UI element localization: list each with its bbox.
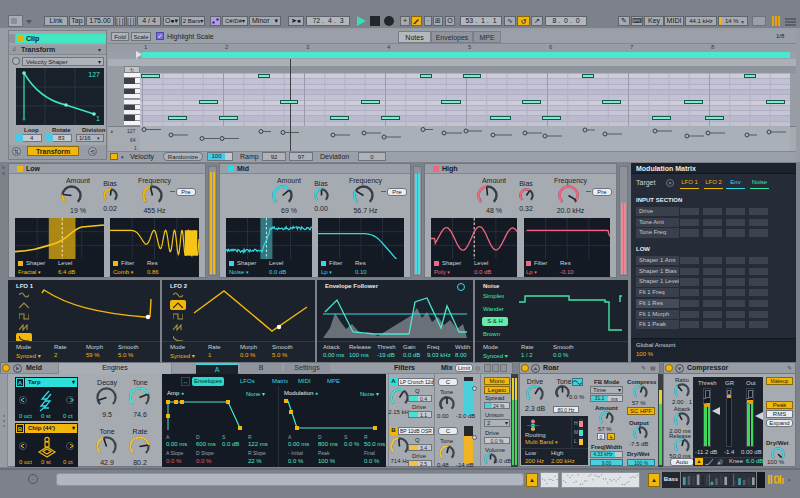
svg-text:1: 1 — [96, 115, 100, 122]
svg-text:127: 127 — [88, 71, 100, 78]
